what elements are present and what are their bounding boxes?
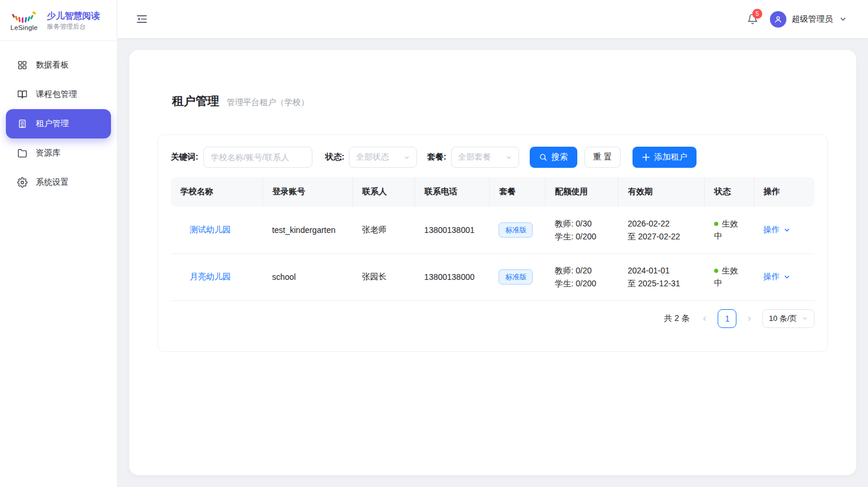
table-header-row: 学校名称 登录账号 联系人 联系电话 套餐 配额使用 有效期 状态 操作 (171, 177, 815, 207)
lesingle-smile-icon (10, 10, 38, 25)
quota-cell: 教师: 0/30 学生: 0/200 (546, 207, 618, 253)
brand-text: 少儿智慧阅读 服务管理后台 (47, 10, 100, 31)
row-actions-dropdown[interactable]: 操作 (763, 225, 790, 235)
tenant-table: 学校名称 登录账号 联系人 联系电话 套餐 配额使用 有效期 状态 操作 (171, 177, 815, 301)
brand-logo: LeSingle (7, 10, 41, 31)
topbar: 5 超级管理员 (117, 0, 868, 38)
col-quota: 配额使用 (546, 177, 618, 207)
status-select[interactable]: 全部状态 (349, 147, 417, 168)
notifications-button[interactable]: 5 (747, 13, 758, 25)
col-contact: 联系人 (352, 177, 415, 207)
brand-logo-text: LeSingle (7, 24, 41, 31)
add-tenant-button[interactable]: 添加租户 (633, 147, 697, 168)
school-name-link[interactable]: 测试幼儿园 (190, 225, 231, 234)
status-dot (714, 269, 718, 273)
content-area: 租户管理 管理平台租户（学校） 关键词: 状态: 全部状态 (117, 38, 868, 487)
sidebar-collapse-icon[interactable] (136, 13, 147, 25)
contact-cell: 张老师 (352, 207, 415, 253)
search-button[interactable]: 搜索 (530, 147, 577, 168)
page-card: 租户管理 管理平台租户（学校） 关键词: 状态: 全部状态 (129, 50, 856, 475)
keyword-label: 关键词: (171, 152, 199, 163)
page-subtitle: 管理平台租户（学校） (227, 97, 309, 108)
pagination-next-button[interactable] (745, 315, 754, 322)
chevron-down-icon (783, 273, 790, 280)
table-row: 月亮幼儿园 school 张园长 13800138000 标准版 教师: 0/2… (171, 253, 815, 300)
sidebar-item-dashboard[interactable]: 数据看板 (6, 50, 111, 80)
filter-bar: 关键词: 状态: 全部状态 套餐: 全部套餐 (171, 147, 815, 168)
status-cell: 生效中 (705, 253, 754, 300)
page-size-value: 10 条/页 (769, 313, 797, 324)
col-account: 登录账号 (263, 177, 352, 207)
pagination-page-1[interactable]: 1 (718, 309, 736, 328)
school-name-link[interactable]: 月亮幼儿园 (190, 272, 231, 281)
user-icon (773, 15, 783, 24)
col-phone: 联系电话 (415, 177, 489, 207)
topbar-right: 5 超级管理员 (747, 11, 847, 28)
col-actions: 操作 (754, 177, 815, 207)
chevron-down-icon (839, 15, 847, 23)
pagination-prev-button[interactable] (700, 315, 709, 322)
pagination: 共 2 条 1 10 条/页 (171, 309, 815, 328)
package-tag: 标准版 (499, 222, 533, 238)
sidebar-item-label: 资源库 (36, 148, 60, 158)
validity-cell: 2026-02-22 至 2027-02-22 (618, 207, 705, 253)
contact-cell: 张园长 (352, 253, 415, 300)
chevron-down-icon (403, 154, 410, 161)
book-icon (16, 89, 28, 100)
sidebar: LeSingle 少儿智慧阅读 服务管理后台 数据看板 (0, 0, 117, 487)
sidebar-item-resources[interactable]: 资源库 (6, 138, 111, 168)
status-label: 状态: (325, 152, 345, 163)
sidebar-item-label: 租户管理 (36, 119, 69, 129)
sidebar-item-label: 系统设置 (36, 177, 69, 188)
row-actions-dropdown[interactable]: 操作 (763, 272, 790, 282)
sidebar-item-label: 课程包管理 (36, 89, 77, 100)
building-icon (16, 118, 28, 130)
search-icon (539, 153, 547, 161)
sidebar-item-course-packages[interactable]: 课程包管理 (6, 80, 111, 109)
col-package: 套餐 (489, 177, 545, 207)
page-head: 租户管理 管理平台租户（学校） (172, 93, 828, 109)
status-dot (714, 222, 718, 226)
phone-cell: 13800138000 (415, 253, 489, 300)
table-row: 测试幼儿园 test_kindergarten 张老师 13800138001 … (171, 207, 815, 253)
col-validity: 有效期 (618, 177, 705, 207)
dashboard-icon (16, 59, 28, 71)
account-cell: school (263, 253, 352, 300)
keyword-input[interactable] (203, 147, 312, 168)
folder-icon (16, 147, 28, 159)
validity-cell: 2024-01-01 至 2025-12-31 (618, 253, 705, 300)
package-label: 套餐: (427, 152, 446, 163)
pagination-total: 共 2 条 (664, 313, 690, 324)
brand-subtitle: 服务管理后台 (47, 22, 100, 31)
sidebar-item-tenants[interactable]: 租户管理 (6, 109, 111, 138)
col-status: 状态 (705, 177, 754, 207)
quota-cell: 教师: 0/20 学生: 0/200 (546, 253, 618, 300)
tenant-panel: 关键词: 状态: 全部状态 套餐: 全部套餐 (157, 134, 828, 352)
reset-button[interactable]: 重 置 (584, 147, 621, 168)
package-tag: 标准版 (499, 269, 533, 285)
chevron-down-icon (802, 315, 808, 322)
main-column: 5 超级管理员 (117, 0, 868, 487)
status-cell: 生效中 (705, 207, 754, 253)
sidebar-menu: 数据看板 课程包管理 (0, 41, 117, 207)
chevron-down-icon (783, 226, 790, 234)
sidebar-item-label: 数据看板 (36, 60, 69, 70)
account-cell: test_kindergarten (263, 207, 352, 253)
package-select[interactable]: 全部套餐 (451, 147, 519, 168)
status-select-value: 全部状态 (356, 152, 389, 163)
plus-icon (642, 153, 650, 161)
col-school: 学校名称 (171, 177, 263, 207)
user-menu[interactable]: 超级管理员 (770, 11, 847, 28)
package-select-value: 全部套餐 (458, 152, 491, 163)
brand: LeSingle 少儿智慧阅读 服务管理后台 (0, 0, 117, 41)
phone-cell: 13800138001 (415, 207, 489, 253)
page-title: 租户管理 (172, 93, 219, 109)
chevron-down-icon (506, 154, 512, 161)
app-root: LeSingle 少儿智慧阅读 服务管理后台 数据看板 (0, 0, 868, 487)
brand-title: 少儿智慧阅读 (47, 10, 100, 21)
sidebar-item-settings[interactable]: 系统设置 (6, 168, 111, 197)
page-size-select[interactable]: 10 条/页 (762, 309, 815, 328)
avatar (770, 11, 786, 28)
gear-icon (16, 177, 28, 188)
user-name: 超级管理员 (792, 14, 833, 25)
